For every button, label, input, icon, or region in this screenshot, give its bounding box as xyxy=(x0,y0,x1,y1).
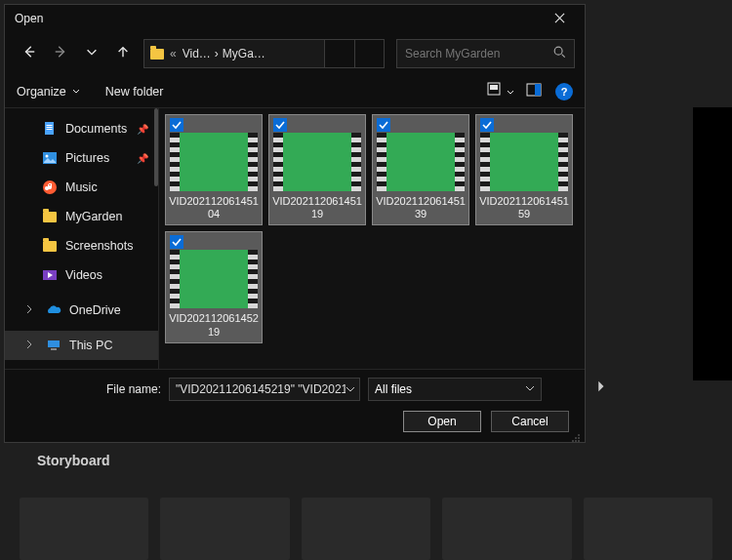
filmstrip-icon xyxy=(248,250,258,308)
organize-label: Organize xyxy=(17,85,66,99)
filmstrip-icon xyxy=(273,133,283,191)
svg-point-19 xyxy=(575,440,577,442)
tree-item-thispc[interactable]: This PC xyxy=(5,331,158,360)
file-item[interactable]: VID20211206145159 xyxy=(475,114,573,225)
organize-menu[interactable]: Organize xyxy=(17,85,80,99)
filename-combo[interactable] xyxy=(169,378,360,401)
up-button[interactable] xyxy=(108,39,138,68)
file-name-label: VID20211206145159 xyxy=(477,195,571,220)
filmstrip-icon xyxy=(248,133,258,191)
filmstrip-icon xyxy=(480,133,490,191)
dialog-title: Open xyxy=(15,12,43,25)
tree-item-documents[interactable]: Documents 📌 xyxy=(5,114,158,143)
video-thumbnail xyxy=(273,133,361,191)
svg-point-0 xyxy=(554,47,562,55)
next-icon[interactable] xyxy=(593,380,607,397)
filename-input[interactable] xyxy=(176,382,346,396)
new-folder-button[interactable]: New folder xyxy=(105,85,164,99)
storyboard-slot[interactable] xyxy=(442,498,571,560)
cancel-button[interactable]: Cancel xyxy=(491,411,569,432)
checkbox-checked[interactable] xyxy=(273,118,287,132)
file-item[interactable]: VID20211206145104 xyxy=(165,114,263,225)
caret-down-icon xyxy=(507,83,514,100)
breadcrumb: Vid… › MyGa… xyxy=(183,47,265,60)
preview-panel xyxy=(693,107,732,380)
address-bar[interactable]: « Vid… › MyGa… xyxy=(143,39,325,68)
file-item[interactable]: VID20211206145139 xyxy=(372,114,469,225)
tree-item-mygarden[interactable]: MyGarden xyxy=(5,202,158,231)
search-box[interactable] xyxy=(396,39,575,68)
chevron-down-icon xyxy=(85,45,99,62)
tree-item-label: OneDrive xyxy=(69,303,121,317)
arrow-up-icon xyxy=(116,45,130,62)
refresh-button[interactable] xyxy=(354,39,384,68)
breadcrumb-prefix: « xyxy=(170,47,177,60)
svg-rect-14 xyxy=(51,348,57,350)
open-button[interactable]: Open xyxy=(403,411,481,432)
checkbox-checked[interactable] xyxy=(170,118,183,132)
tree-item-label: Documents xyxy=(65,122,127,136)
svg-rect-2 xyxy=(490,85,498,90)
preview-pane-button[interactable] xyxy=(522,80,546,103)
checkbox-checked[interactable] xyxy=(377,118,390,132)
tree-item-screenshots[interactable]: Screenshots xyxy=(5,231,158,260)
chevron-right-icon[interactable] xyxy=(24,339,34,352)
chevron-down-icon[interactable] xyxy=(346,380,355,398)
file-type-filter[interactable]: All files xyxy=(368,378,542,401)
close-button[interactable] xyxy=(540,6,579,31)
nav-toolbar: « Vid… › MyGa… xyxy=(5,32,585,75)
open-dialog: Open « Vid… › MyGa… xyxy=(4,4,586,443)
breadcrumb-item[interactable]: MyGa… xyxy=(223,47,265,60)
search-icon xyxy=(552,45,566,62)
filmstrip-icon xyxy=(377,133,386,191)
filmstrip-icon xyxy=(170,250,180,308)
chevron-right-icon[interactable] xyxy=(24,303,34,317)
file-name-label: VID20211206145104 xyxy=(167,195,261,220)
storyboard-slots xyxy=(20,498,712,560)
tree-item-music[interactable]: Music xyxy=(5,173,158,202)
filter-label: All files xyxy=(375,382,412,396)
search-input[interactable] xyxy=(405,47,552,60)
breadcrumb-item[interactable]: Vid… xyxy=(183,47,211,60)
storyboard-slot[interactable] xyxy=(302,498,430,560)
file-name-label: VID20211206145219 xyxy=(167,312,261,338)
back-button[interactable] xyxy=(15,39,44,68)
tree-item-onedrive[interactable]: OneDrive xyxy=(5,296,158,325)
videos-icon xyxy=(42,267,58,283)
storyboard-slot[interactable] xyxy=(20,498,148,560)
help-button[interactable]: ? xyxy=(555,83,573,100)
storyboard-heading: Storyboard xyxy=(37,453,110,468)
svg-point-16 xyxy=(575,437,577,439)
arrow-left-icon xyxy=(22,45,36,62)
file-item[interactable]: VID20211206145119 xyxy=(268,114,366,225)
tree-item-label: This PC xyxy=(69,339,112,352)
tree-item-label: Music xyxy=(65,180,98,194)
file-name-label: VID20211206145119 xyxy=(270,195,364,220)
tree-item-videos[interactable]: Videos xyxy=(5,260,158,290)
onedrive-icon xyxy=(46,302,61,318)
tree-item-label: Pictures xyxy=(65,151,109,165)
recent-button[interactable] xyxy=(77,39,106,68)
view-mode-button[interactable] xyxy=(489,80,512,103)
svg-rect-6 xyxy=(47,125,53,126)
checkbox-checked[interactable] xyxy=(170,235,183,249)
chevron-down-icon xyxy=(525,382,535,396)
folder-icon xyxy=(42,238,58,254)
checkbox-checked[interactable] xyxy=(480,118,494,132)
storyboard-slot[interactable] xyxy=(584,498,712,560)
tree-item-pictures[interactable]: Pictures 📌 xyxy=(5,143,158,173)
file-name-label: VID20211206145139 xyxy=(374,195,468,220)
address-history-button[interactable] xyxy=(325,39,354,68)
file-item[interactable]: VID20211206145219 xyxy=(165,231,263,342)
arrow-right-icon xyxy=(54,45,67,62)
video-thumbnail xyxy=(170,250,258,308)
nav-tree: Documents 📌 Pictures 📌 Music MyGa xyxy=(5,108,159,369)
storyboard-slot[interactable] xyxy=(160,498,289,560)
svg-rect-7 xyxy=(47,127,53,128)
resize-grip[interactable] xyxy=(571,429,581,439)
forward-button[interactable] xyxy=(46,39,75,68)
file-list[interactable]: VID20211206145104VID20211206145119VID202… xyxy=(159,108,585,369)
command-bar: Organize New folder ? xyxy=(5,75,585,108)
svg-point-20 xyxy=(578,440,580,442)
svg-point-10 xyxy=(46,155,49,158)
